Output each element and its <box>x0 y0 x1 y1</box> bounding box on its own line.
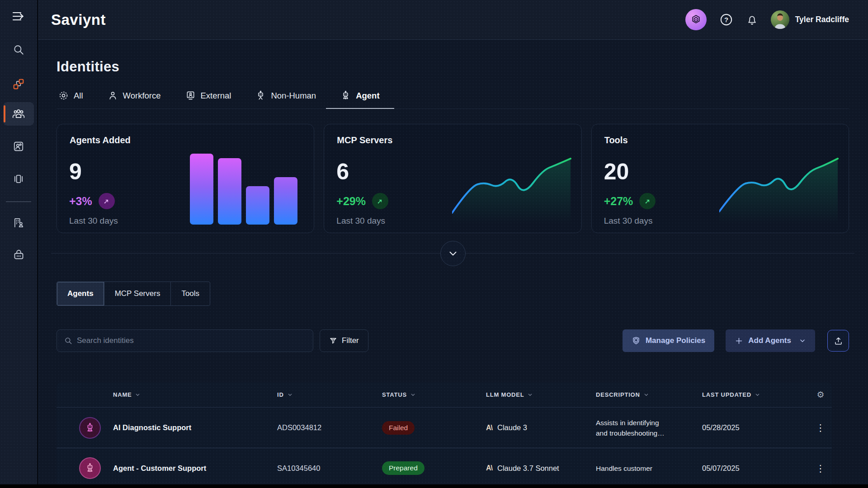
sort-chevron-icon <box>643 392 649 398</box>
delta-value: +27% <box>604 195 633 208</box>
card-period: Last 30 days <box>604 216 653 226</box>
trend-up-icon <box>639 193 656 209</box>
person-card-icon <box>185 90 196 101</box>
column-header-status[interactable]: STATUS <box>382 391 486 398</box>
table-row[interactable]: AI Diagnostic Support ADS0034812 Failed … <box>57 408 832 448</box>
segment-tools[interactable]: Tools <box>170 282 210 305</box>
funnel-icon <box>329 337 337 345</box>
segment-mcp-servers[interactable]: MCP Servers <box>104 282 171 305</box>
column-header-last-updated[interactable]: LAST UPDATED <box>702 391 809 398</box>
column-header-name[interactable]: NAME <box>57 391 277 398</box>
column-header-description[interactable]: DESCRIPTION <box>596 391 702 398</box>
row-menu-kebab-icon[interactable]: ⋮ <box>816 423 826 432</box>
add-agents-button[interactable]: Add Agents <box>726 329 815 352</box>
screen-bottom-strip <box>0 484 868 488</box>
card-title: Tools <box>604 135 836 145</box>
upload-icon <box>834 336 843 346</box>
trend-up-icon <box>372 193 388 209</box>
page-title: Identities <box>57 59 849 75</box>
add-agents-label: Add Agents <box>748 336 791 345</box>
card-agents-added: Agents Added 9 +3% Last 30 days <box>57 124 314 233</box>
tab-external[interactable]: External <box>184 90 232 108</box>
search-input[interactable] <box>77 336 306 345</box>
help-icon[interactable]: ? <box>719 13 733 27</box>
user-menu[interactable]: Tyler Radcliffe <box>771 10 849 29</box>
table-row[interactable]: Agent - Customer Support SA10345640 Prep… <box>57 448 832 488</box>
identity-tabs: All Workforce <box>57 90 849 109</box>
mcp-servers-line-chart <box>452 155 572 224</box>
manage-policies-label: Manage Policies <box>646 336 705 345</box>
tab-non-human[interactable]: Non-Human <box>255 90 317 108</box>
segment-agents[interactable]: Agents <box>57 282 104 305</box>
status-badge: Prepared <box>382 461 425 475</box>
card-period: Last 30 days <box>69 216 118 226</box>
org-person-icon[interactable] <box>8 136 29 157</box>
robot-head-icon <box>255 90 266 101</box>
agent-id: ADS0034812 <box>277 423 382 432</box>
menu-arrow-icon[interactable] <box>8 5 29 27</box>
card-tools: Tools 20 +27% Last 30 days <box>591 124 849 233</box>
card-value: 9 <box>69 159 82 185</box>
agent-description: Assists in identifying and troubleshooti… <box>596 418 702 438</box>
search-icon[interactable] <box>8 39 29 61</box>
tab-workforce[interactable]: Workforce <box>107 90 162 108</box>
lock-password-icon[interactable] <box>8 244 29 265</box>
user-name: Tyler Radcliffe <box>795 15 849 24</box>
topbar: Saviynt ? <box>38 0 868 40</box>
last-updated: 05/28/2025 <box>702 423 809 432</box>
gear-badge-icon <box>58 90 69 101</box>
sort-chevron-icon <box>527 392 533 398</box>
card-title: MCP Servers <box>337 135 568 145</box>
sort-chevron-icon <box>410 392 416 398</box>
users-group-icon <box>12 108 25 119</box>
column-header-llm-model[interactable]: LLM MODEL <box>486 391 596 398</box>
table-header-row: NAME ID STATUS LLM MODEL <box>57 382 832 408</box>
card-title: Agents Added <box>70 135 301 145</box>
card-mcp-servers: MCP Servers 6 +29% Last 30 days <box>324 124 581 233</box>
avatar <box>771 10 789 29</box>
tab-label: Workforce <box>123 91 161 101</box>
sidebar <box>0 0 38 484</box>
bell-icon[interactable] <box>746 14 758 26</box>
sort-chevron-icon <box>287 392 293 398</box>
tab-label: Agent <box>356 91 379 101</box>
chevron-down-icon <box>799 337 806 344</box>
llm-model: Claude 3 <box>497 423 527 432</box>
shield-icon <box>632 336 641 345</box>
tools-line-chart <box>719 155 840 224</box>
panels-icon[interactable] <box>8 168 29 190</box>
svg-text:?: ? <box>724 16 728 23</box>
sidebar-item-identities-active[interactable] <box>3 102 34 126</box>
filter-label: Filter <box>342 336 359 345</box>
manage-policies-button[interactable]: Manage Policies <box>623 329 714 352</box>
brand-logo: Saviynt <box>51 11 106 28</box>
tab-label: External <box>201 91 231 101</box>
agent-id: SA10345640 <box>277 464 382 473</box>
agent-name: Agent - Customer Support <box>113 464 206 473</box>
card-value: 6 <box>336 159 349 185</box>
export-button[interactable] <box>827 330 849 352</box>
main-content: Identities All Workforce <box>38 40 868 488</box>
trend-up-icon <box>99 193 115 209</box>
anthropic-logo-icon: A\ <box>486 464 492 472</box>
filter-button[interactable]: Filter <box>320 329 368 352</box>
connected-apps-icon[interactable] <box>8 73 29 95</box>
tab-agent-active[interactable]: Agent <box>340 90 380 108</box>
table-settings-gear-icon[interactable]: ⚙ <box>816 390 824 399</box>
agent-robot-avatar <box>79 417 101 439</box>
search-icon <box>64 337 72 345</box>
row-menu-kebab-icon[interactable]: ⋮ <box>816 464 826 473</box>
search-input-wrapper <box>57 329 313 352</box>
section-tabs: Agents MCP Servers Tools <box>57 282 210 306</box>
tab-label: Non-Human <box>271 91 316 101</box>
person-icon <box>108 90 118 101</box>
ai-assistant-hex-icon[interactable] <box>685 9 707 30</box>
column-header-id[interactable]: ID <box>277 391 382 398</box>
chevron-down-icon <box>448 248 458 259</box>
delta-value: +3% <box>69 195 92 208</box>
delta-value: +29% <box>336 195 366 208</box>
agent-name: AI Diagnostic Support <box>113 423 191 432</box>
company-person-icon[interactable] <box>8 212 29 234</box>
tab-all[interactable]: All <box>57 90 84 108</box>
collapse-cards-button[interactable] <box>440 241 466 266</box>
